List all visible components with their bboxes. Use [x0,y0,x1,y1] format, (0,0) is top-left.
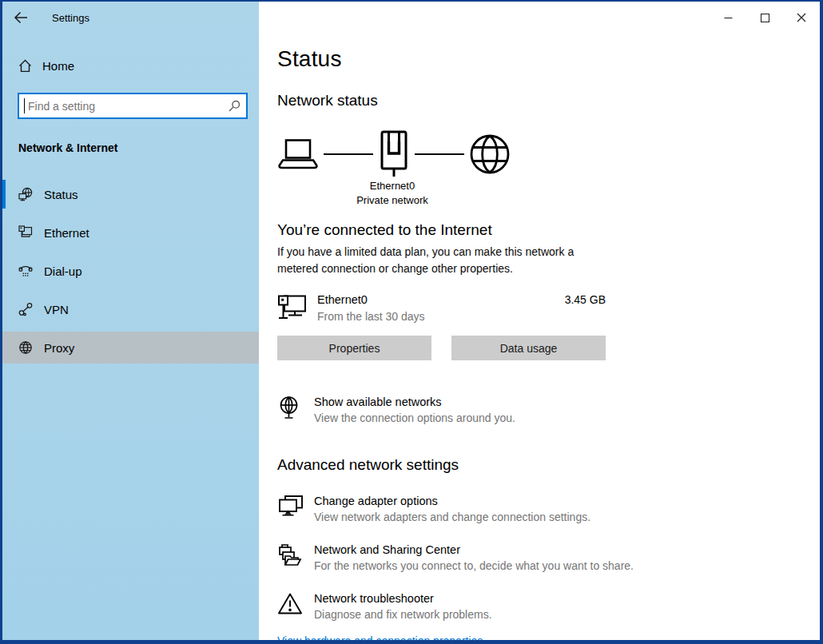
dialup-icon [18,264,33,278]
show-networks-texts: Show available networks View the connect… [314,396,515,424]
connection-line [415,153,464,155]
available-networks-icon [277,396,304,421]
back-arrow-icon [14,11,28,24]
network-sharing-center[interactable]: Network and Sharing Center For the netwo… [277,543,661,572]
adapter-options-icon [277,495,304,519]
adv-item-title: Network and Sharing Center [314,543,634,556]
adv-item-texts: Network and Sharing Center For the netwo… [314,543,634,572]
back-button[interactable] [2,2,39,34]
text-caret [24,98,25,113]
ethernet-jack-icon [378,130,410,178]
sidebar-item-label: Dial-up [44,264,82,278]
sharing-center-icon [277,543,304,567]
show-available-networks[interactable]: Show available networks View the connect… [277,396,645,424]
adv-item-subtitle: View network adapters and change connect… [314,511,590,523]
connection-name: Ethernet0 [356,180,428,192]
search-icon[interactable] [229,100,241,112]
adapter-period: From the last 30 days [317,310,425,323]
settings-window: Settings Home Network & Internet [0,0,823,644]
sidebar-section-label: Network & Internet [2,141,259,154]
sidebar-item-vpn[interactable]: VPN [2,293,259,325]
search-input[interactable] [18,93,248,119]
sidebar-item-home[interactable]: Home [2,51,259,80]
network-diagram: Ethernet0 Private network [277,130,517,204]
data-usage-button[interactable]: Data usage [451,336,606,360]
ethernet-adapter-icon [277,294,308,320]
show-networks-title: Show available networks [314,396,515,408]
properties-button[interactable]: Properties [277,336,431,360]
adv-item-texts: Change adapter options View network adap… [314,495,590,523]
diagram-row [277,130,517,178]
window-title: Settings [52,12,89,24]
adapter-texts: Ethernet0 From the last 30 days [317,293,425,323]
sidebar-item-ethernet[interactable]: Ethernet [2,217,259,248]
data-usage-value: 3.45 GB [565,293,606,306]
connected-heading: You’re connected to the Internet [277,221,820,239]
sidebar-item-label: Proxy [44,341,74,355]
minimize-button[interactable] [710,2,746,34]
vpn-icon [18,302,33,316]
adv-item-subtitle: For the networks you connect to, decide … [314,559,634,572]
close-button[interactable] [783,2,820,34]
adapter-row: Ethernet0 From the last 30 days 3.45 GB [277,293,606,323]
sidebar-item-proxy[interactable]: Proxy [2,332,259,364]
sidebar-nav: Status Ethernet [2,178,259,364]
adv-item-texts: Network troubleshooter Diagnose and fix … [314,592,492,621]
diagram-labels: Ethernet0 Private network [356,180,428,206]
show-networks-subtitle: View the connection options around you. [314,411,515,424]
close-icon [797,13,806,22]
main-panel: Status Network status [259,2,820,640]
sidebar-item-label: Status [44,188,78,201]
change-adapter-options[interactable]: Change adapter options View network adap… [277,495,661,523]
maximize-icon [761,14,769,22]
proxy-icon [18,340,33,355]
adapter-name: Ethernet0 [317,293,425,306]
advanced-heading: Advanced network settings [277,456,820,474]
titlebar-right [259,2,820,34]
maximize-button[interactable] [746,2,783,34]
minimize-icon [724,14,733,22]
connection-line [324,153,373,155]
selected-indicator [2,180,6,209]
network-status-heading: Network status [277,92,820,109]
sidebar-item-dialup[interactable]: Dial-up [2,255,259,287]
sidebar-item-label: VPN [44,303,69,316]
sidebar-home-label: Home [42,59,74,73]
search-box [18,93,248,119]
internet-globe-icon [469,133,511,175]
page-title: Status [277,46,820,72]
adv-item-title: Change adapter options [314,495,590,507]
network-type: Private network [356,194,428,206]
adv-item-title: Network troubleshooter [314,592,492,605]
sidebar-item-label: Ethernet [44,226,89,240]
ethernet-icon [18,225,33,240]
sidebar: Settings Home Network & Internet [2,2,259,640]
network-status-icon [18,187,33,201]
connected-description: If you have a limited data plan, you can… [277,244,618,277]
view-hardware-link[interactable]: View hardware and connection properties [277,634,483,640]
sidebar-item-status[interactable]: Status [2,178,259,210]
troubleshooter-warning-icon [277,592,304,615]
titlebar-left: Settings [2,2,259,34]
button-row: Properties Data usage [277,336,606,360]
network-troubleshooter[interactable]: Network troubleshooter Diagnose and fix … [277,592,661,621]
home-icon [18,59,32,73]
status-page: Status Network status [259,34,820,640]
laptop-icon [277,138,319,170]
adv-item-subtitle: Diagnose and fix network problems. [314,608,492,621]
